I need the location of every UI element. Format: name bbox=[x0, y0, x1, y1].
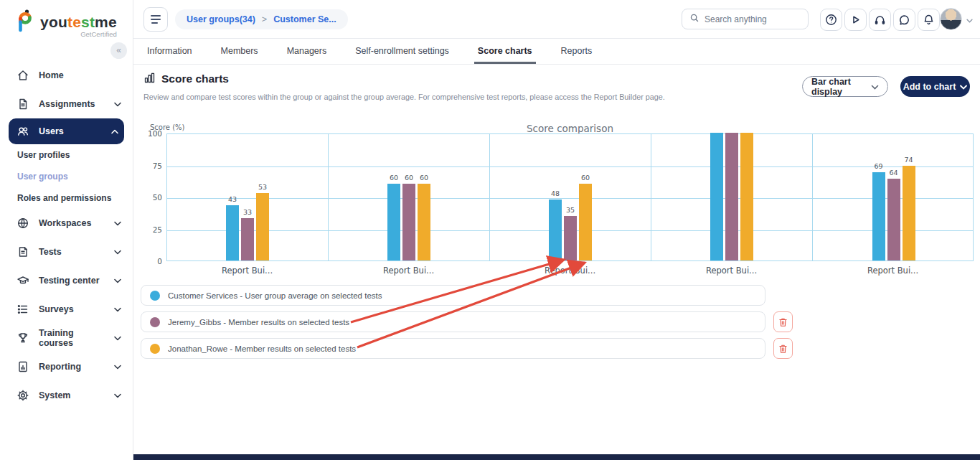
sidebar-item-user-profiles[interactable]: User profiles bbox=[0, 144, 133, 166]
bar-cluster: 606060 bbox=[387, 174, 430, 260]
chart-bar[interactable] bbox=[710, 133, 723, 260]
hamburger-icon bbox=[151, 15, 161, 17]
chart-bar[interactable] bbox=[903, 166, 915, 260]
tab-self-enrollment-settings[interactable]: Self-enrollment settings bbox=[352, 39, 453, 64]
breadcrumb-user-groups[interactable]: User groups(34) bbox=[187, 14, 255, 24]
chevron-down-icon bbox=[114, 393, 121, 398]
category-label: Report Bui... bbox=[812, 266, 974, 276]
sidebar-item-assignments[interactable]: Assignments bbox=[0, 90, 133, 118]
tab-managers[interactable]: Managers bbox=[283, 39, 331, 64]
sidebar-item-reporting[interactable]: Reporting bbox=[0, 352, 133, 381]
system-icon bbox=[17, 389, 29, 402]
workspaces-icon bbox=[17, 217, 29, 230]
chat-button[interactable] bbox=[893, 9, 915, 31]
bar-cluster: 483560 bbox=[549, 174, 592, 260]
chart-bar[interactable] bbox=[256, 193, 269, 260]
menu-toggle-button[interactable] bbox=[143, 7, 168, 32]
bar-value-label: 74 bbox=[904, 156, 913, 164]
sidebar-item-testing-center[interactable]: Testing center bbox=[0, 266, 133, 295]
trash-icon bbox=[778, 344, 788, 354]
chart-bar[interactable] bbox=[872, 172, 885, 260]
legend-entry: Jonathan_Rowe - Member results on select… bbox=[141, 338, 793, 359]
notifications-button[interactable] bbox=[918, 9, 940, 31]
users-icon bbox=[17, 125, 29, 138]
chart-bar[interactable] bbox=[579, 184, 592, 260]
series-color-dot bbox=[150, 344, 160, 354]
sidebar-item-workspaces[interactable]: Workspaces bbox=[0, 209, 133, 238]
testing-center-icon bbox=[17, 274, 29, 287]
y-tick-label: 50 bbox=[133, 193, 162, 202]
search-input[interactable] bbox=[705, 14, 798, 24]
category-label: Report Bui... bbox=[651, 266, 812, 276]
brand-tagline: GetCertified bbox=[40, 30, 117, 38]
delete-series-button[interactable] bbox=[773, 338, 793, 359]
avatar bbox=[940, 8, 962, 30]
tab-information[interactable]: Information bbox=[143, 39, 196, 64]
bar-group: 43 bbox=[226, 195, 239, 260]
sidebar-item-training-courses[interactable]: Training courses bbox=[0, 324, 133, 352]
legend-item[interactable]: Jonathan_Rowe - Member results on select… bbox=[141, 338, 765, 359]
sidebar-item-system[interactable]: System bbox=[0, 381, 133, 410]
chevron-down-icon bbox=[114, 307, 121, 312]
sidebar-item-user-groups[interactable]: User groups bbox=[0, 166, 133, 187]
user-menu[interactable] bbox=[940, 8, 973, 30]
score-chart: Score (%) Score comparison 0255075100 43… bbox=[133, 115, 980, 281]
chart-bar[interactable] bbox=[226, 205, 239, 260]
chevron-down-icon bbox=[960, 82, 967, 92]
bar-group: 60 bbox=[579, 174, 592, 260]
chart-bar[interactable] bbox=[564, 216, 577, 260]
bar-group bbox=[725, 133, 738, 260]
search-icon bbox=[689, 13, 699, 26]
chart-column bbox=[651, 134, 813, 260]
tab-members[interactable]: Members bbox=[217, 39, 262, 64]
chart-legend: Customer Services - User group average o… bbox=[141, 285, 793, 365]
help-button[interactable] bbox=[820, 9, 842, 31]
chart-bar[interactable] bbox=[241, 218, 254, 260]
surveys-icon bbox=[17, 303, 29, 316]
chart-bar[interactable] bbox=[402, 184, 415, 260]
bar-value-label: 33 bbox=[243, 208, 252, 216]
breadcrumb-current-group[interactable]: Customer Se... bbox=[273, 14, 336, 24]
bar-group bbox=[740, 133, 753, 260]
chart-bar[interactable] bbox=[418, 184, 430, 260]
chart-display-select[interactable]: Bar chart display bbox=[802, 76, 888, 97]
chevron-down-icon bbox=[114, 336, 121, 341]
sidebar-item-tests[interactable]: Tests bbox=[0, 238, 133, 266]
chart-column: 483560 bbox=[490, 134, 651, 260]
support-button[interactable] bbox=[869, 9, 891, 31]
sidebar-item-surveys[interactable]: Surveys bbox=[0, 295, 133, 324]
chart-bar[interactable] bbox=[387, 184, 400, 260]
app-logo: youtestme GetCertified bbox=[0, 0, 133, 38]
legend-item[interactable]: Jeremy_Gibbs - Member results on selecte… bbox=[141, 311, 765, 332]
chart-bar[interactable] bbox=[549, 200, 562, 260]
tab-reports[interactable]: Reports bbox=[557, 39, 596, 64]
bar-group bbox=[710, 133, 723, 260]
y-tick-label: 75 bbox=[133, 161, 162, 170]
app-window: youtestme GetCertified « HomeAssignments… bbox=[0, 0, 980, 460]
bar-value-label: 64 bbox=[889, 169, 897, 177]
trash-icon bbox=[778, 317, 788, 327]
chevron-down-icon bbox=[114, 221, 121, 226]
tab-score-charts[interactable]: Score charts bbox=[474, 39, 536, 64]
play-icon bbox=[849, 14, 862, 26]
delete-series-button[interactable] bbox=[773, 311, 793, 332]
collapse-sidebar-button[interactable]: « bbox=[110, 42, 127, 59]
topbar: User groups(34) > Customer Se... bbox=[133, 0, 980, 39]
chart-bar[interactable] bbox=[725, 133, 738, 260]
play-button[interactable] bbox=[844, 9, 867, 31]
chevrons-left-icon: « bbox=[116, 45, 121, 55]
sidebar-item-roles-and-permissions[interactable]: Roles and permissions bbox=[0, 187, 133, 209]
sidebar-item-users[interactable]: Users bbox=[9, 118, 124, 144]
chart-bar[interactable] bbox=[887, 179, 900, 260]
reporting-icon bbox=[17, 360, 29, 373]
add-to-chart-button[interactable]: Add to chart bbox=[900, 76, 970, 97]
tab-bar: InformationMembersManagersSelf-enrollmen… bbox=[133, 39, 980, 65]
sidebar-item-home[interactable]: Home bbox=[0, 61, 133, 90]
legend-entry: Customer Services - User group average o… bbox=[141, 285, 793, 306]
legend-item[interactable]: Customer Services - User group average o… bbox=[141, 285, 765, 306]
chart-bar[interactable] bbox=[740, 133, 753, 260]
topbar-actions bbox=[820, 9, 940, 31]
chart-yticks: 0255075100 bbox=[133, 133, 162, 261]
home-icon bbox=[17, 69, 29, 82]
chevron-down-icon bbox=[871, 82, 879, 92]
